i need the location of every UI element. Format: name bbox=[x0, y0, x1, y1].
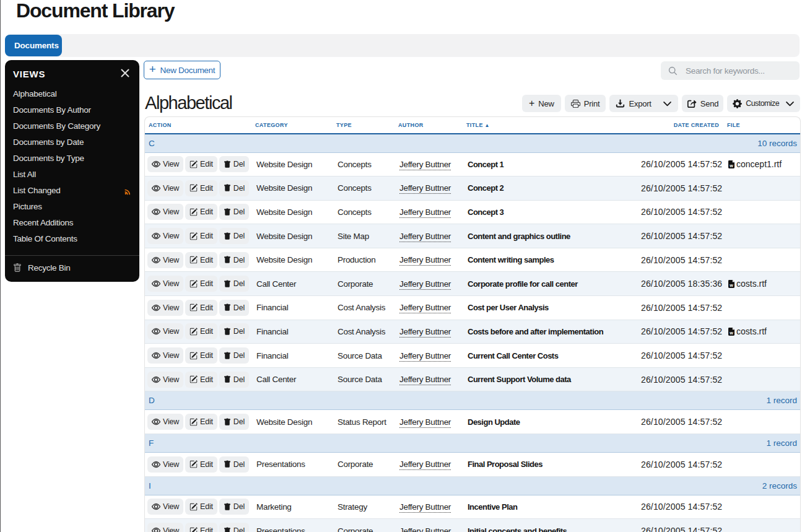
svg-text:w: w bbox=[729, 164, 733, 168]
svg-text:w: w bbox=[729, 283, 733, 287]
svg-text:w: w bbox=[729, 331, 733, 335]
